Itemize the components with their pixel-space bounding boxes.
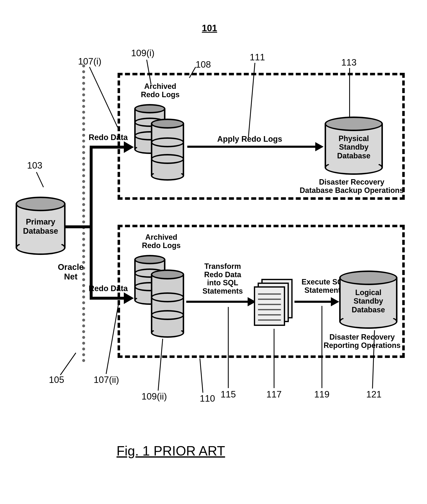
sql-documents-icon: [254, 279, 296, 327]
ref-103-line: [36, 172, 44, 187]
ref-119: 119: [314, 389, 329, 399]
primary-out-line: [66, 225, 93, 228]
ref-107ii: 107(ii): [94, 374, 119, 385]
archived-bottom-label: Archived Redo Logs: [138, 233, 184, 250]
ref-107i: 107(i): [78, 56, 102, 67]
ref-115-line: [228, 307, 229, 388]
transform-label: Transform Redo Data into SQL Statements: [196, 262, 250, 295]
ref-115: 115: [221, 389, 236, 399]
physical-standby-db-label: PhysicalStandbyDatabase: [325, 134, 383, 160]
ref-113: 113: [341, 57, 357, 68]
logical-standby-db-icon: LogicalStandbyDatabase: [339, 271, 397, 329]
logical-standby-db-label: LogicalStandbyDatabase: [339, 288, 397, 314]
ref-107i-line: [89, 67, 118, 128]
ref-107ii-line: [106, 302, 119, 374]
ref-117: 117: [266, 389, 282, 399]
physical-caption: Disaster Recovery Database Backup Operat…: [297, 178, 406, 194]
ref-121: 121: [366, 389, 381, 399]
oracle-net-line: [82, 64, 85, 362]
archived-top-label: Archived Redo Logs: [137, 82, 183, 99]
bottom-branch-arrowhead: [124, 292, 134, 304]
oracle-net-label: Oracle Net: [54, 262, 87, 281]
ref-105-line: [60, 352, 76, 375]
apply-redo-label: Apply Redo Logs: [212, 135, 287, 144]
ref-103: 103: [27, 160, 42, 171]
archived-logs-bottom-front-icon: [151, 269, 184, 338]
execute-sql-arrowhead: [331, 297, 339, 306]
ref-105: 105: [49, 374, 64, 385]
ref-117-line: [274, 329, 274, 388]
top-branch-arrowhead: [124, 141, 134, 153]
apply-redo-arrowhead: [315, 142, 324, 151]
figure-caption: Fig. 1 PRIOR ART: [116, 443, 225, 459]
ref-109i: 109(i): [131, 48, 155, 58]
top-branch-line: [90, 146, 125, 149]
ref-111: 111: [250, 52, 265, 62]
redo-data-top-label: Redo Data: [87, 133, 129, 142]
ref-109ii: 109(ii): [142, 391, 167, 402]
apply-redo-arrow-line: [187, 146, 316, 148]
redo-data-bottom-label: Redo Data: [87, 284, 129, 293]
primary-database-label: PrimaryDatabase: [15, 217, 66, 236]
ref-119-line: [321, 306, 322, 388]
bottom-branch-line: [90, 297, 125, 300]
ref-110: 110: [200, 393, 215, 404]
transform-arrow-line: [186, 301, 249, 303]
ref-110-line: [199, 358, 203, 393]
ref-113-line: [349, 68, 350, 118]
primary-database-icon: PrimaryDatabase: [15, 197, 66, 255]
archived-logs-top-front-icon: [151, 119, 184, 181]
execute-sql-arrow-line: [294, 301, 332, 303]
logical-caption: Disaster Recovery Reporting Operations: [316, 333, 408, 349]
ref-108: 108: [196, 59, 211, 70]
vertical-split-line: [90, 146, 93, 300]
physical-standby-db-icon: PhysicalStandbyDatabase: [325, 116, 383, 175]
figure-number: 101: [202, 23, 217, 33]
